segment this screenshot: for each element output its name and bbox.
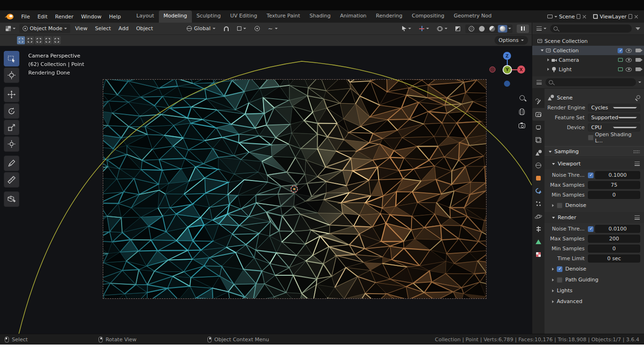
workspace-tab[interactable]: Rendering [371, 10, 407, 23]
rendered-image[interactable] [103, 80, 486, 298]
zoom-button[interactable] [517, 92, 527, 103]
cursor-tool[interactable] [4, 67, 19, 83]
scale-tool[interactable] [4, 120, 19, 135]
proportional-edit-toggle[interactable] [252, 25, 263, 33]
remove-view-layer-icon[interactable] [634, 15, 638, 19]
viewport-menu-item[interactable]: Add [115, 24, 132, 33]
outliner-item-label[interactable]: Collection [553, 48, 578, 54]
workspace-tab[interactable]: UV Editing [225, 10, 262, 23]
gizmo-y-axis[interactable]: Y [503, 65, 512, 74]
path-guiding-row[interactable]: Path Guiding [547, 274, 640, 285]
outliner-editor-type-button[interactable] [535, 25, 548, 32]
collection-exclude-checkbox[interactable] [618, 48, 623, 53]
pin-icon[interactable] [635, 95, 640, 100]
viewport-menu-item[interactable]: View [71, 24, 91, 33]
measure-tool[interactable] [4, 172, 19, 188]
select-mode-set-button[interactable] [17, 36, 25, 44]
select-mode-subtract-button[interactable] [35, 36, 43, 44]
properties-search[interactable] [545, 78, 636, 86]
view-layer-icon[interactable] [593, 14, 598, 19]
viewport-menu-item[interactable]: Select [91, 24, 115, 33]
chevron-down-icon[interactable] [638, 82, 641, 83]
new-scene-icon[interactable] [577, 14, 580, 19]
disable-render-icon[interactable] [636, 58, 641, 62]
shading-material-button[interactable] [487, 25, 497, 33]
gizmo-z-axis[interactable]: Z [503, 52, 511, 60]
tab-scene[interactable] [532, 146, 545, 159]
outliner-filter-button[interactable] [634, 26, 642, 32]
gizmo-z-neg-axis[interactable] [504, 81, 510, 87]
chevron-down-icon[interactable] [508, 28, 511, 29]
xray-toggle[interactable] [453, 25, 463, 33]
expand-icon[interactable] [552, 279, 554, 281]
render-engine-dropdown[interactable]: Cycles [588, 104, 640, 112]
render-pause-button[interactable] [517, 25, 529, 33]
select-mode-intersect-button[interactable] [53, 36, 61, 44]
view-layer-name[interactable]: ViewLayer [600, 14, 627, 20]
expand-icon[interactable] [552, 204, 554, 207]
device-dropdown[interactable]: CPU [588, 123, 640, 132]
navigation-gizmo[interactable]: Z X Y [489, 52, 525, 88]
mode-selector[interactable]: Object Mode [19, 24, 70, 33]
render-noise-threshold-field[interactable]: 0.0100 [595, 225, 640, 233]
add-cube-tool[interactable] [4, 191, 19, 207]
menu-item[interactable]: Help [105, 12, 124, 21]
gizmos-dropdown[interactable] [416, 25, 432, 33]
expand-icon[interactable] [541, 49, 544, 51]
outliner-row-scene-collection[interactable]: Scene Collection [532, 36, 644, 46]
tab-object-data[interactable] [532, 235, 545, 248]
open-shading-checkbox[interactable] [588, 135, 594, 140]
overlays-dropdown[interactable] [434, 25, 450, 33]
time-limit-field[interactable]: 0 sec [588, 255, 640, 263]
render-denoise-checkbox[interactable] [557, 266, 562, 272]
proportional-falloff-dropdown[interactable]: ~ [265, 25, 281, 32]
viewport-denoise-row[interactable]: Denoise [547, 200, 640, 211]
gizmo-x-axis[interactable]: X [517, 66, 525, 74]
feature-set-dropdown[interactable]: Supported [588, 114, 640, 122]
workspace-tab[interactable]: Layout [132, 10, 158, 23]
sampling-panel-header[interactable]: Sampling [545, 146, 644, 157]
workspace-tab[interactable]: Texture Paint [262, 10, 305, 23]
viewport-menu-item[interactable]: Object [132, 24, 157, 33]
outliner-search-input[interactable] [560, 25, 628, 32]
shading-solid-button[interactable] [477, 25, 487, 33]
expand-icon[interactable] [547, 58, 549, 61]
scene-name[interactable]: Scene [559, 14, 575, 20]
render-min-samples-field[interactable]: 0 [588, 245, 640, 253]
unlink-scene-icon[interactable] [582, 15, 586, 19]
path-guiding-checkbox[interactable] [557, 277, 562, 283]
viewport-subpanel-header[interactable]: Viewport [545, 158, 644, 169]
select-mode-invert-button[interactable] [44, 36, 52, 44]
tab-tool[interactable] [532, 95, 545, 108]
select-mode-extend-button[interactable] [26, 36, 34, 44]
tab-view-layer[interactable] [532, 133, 545, 146]
tab-physics[interactable] [532, 210, 545, 222]
render-subpanel-header[interactable]: Render [545, 212, 644, 223]
tab-constraints[interactable] [532, 222, 545, 235]
tab-output[interactable] [532, 121, 545, 133]
viewport-max-samples-field[interactable]: 75 [588, 181, 640, 189]
outliner-row-light[interactable]: Light [532, 65, 644, 74]
hide-eye-icon[interactable] [626, 49, 632, 53]
presets-menu-icon[interactable] [635, 162, 640, 166]
viewport-noise-threshold-checkbox[interactable] [588, 173, 594, 178]
select-box-tool[interactable] [4, 51, 19, 66]
workspace-tab[interactable]: Geometry Nod [449, 10, 496, 23]
outliner-search[interactable] [550, 25, 632, 33]
shading-rendered-button[interactable] [498, 25, 507, 33]
camera-view-button[interactable] [517, 121, 527, 131]
expand-icon[interactable] [552, 268, 554, 271]
menu-item[interactable]: Window [77, 12, 105, 21]
render-max-samples-field[interactable]: 200 [588, 235, 640, 243]
drag-grip-icon[interactable] [633, 150, 640, 154]
outliner-row-camera[interactable]: Camera [532, 55, 644, 65]
annotate-tool[interactable] [4, 156, 19, 171]
outliner-row-collection[interactable]: Collection [532, 46, 644, 55]
expand-icon[interactable] [552, 289, 554, 292]
hide-eye-icon[interactable] [626, 67, 632, 72]
tab-particles[interactable] [532, 197, 545, 210]
chevron-down-icon[interactable] [554, 16, 557, 17]
outliner-item-label[interactable]: Scene Collection [545, 38, 587, 44]
expand-icon[interactable] [552, 300, 554, 303]
menu-item[interactable]: Edit [33, 12, 51, 21]
